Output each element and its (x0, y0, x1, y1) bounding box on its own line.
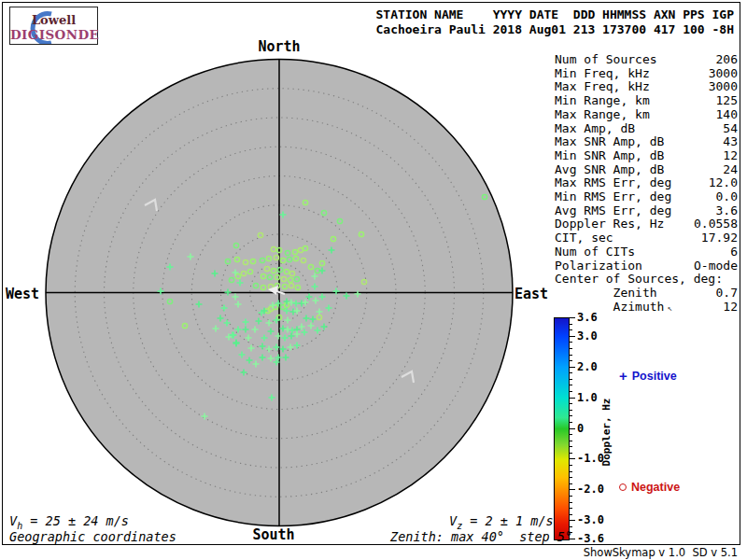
logo-text-lowell: Lowell (10, 13, 97, 27)
legend-negative: Negative (619, 481, 680, 494)
colorbar-tick-label: 0 (577, 422, 584, 435)
zenith-scale-note: Zenith: max 40° step 5° (390, 529, 572, 544)
doppler-colorbar-ticks: 3.63.02.01.00-1.0-2.0-3.0-3.6 (554, 317, 591, 539)
stat-row: Max Freq, kHz3000 (555, 80, 738, 94)
compass-label-east: East (514, 286, 548, 302)
measurement-stats-panel: Num of Sources206Min Freq, kHz3000Max Fr… (555, 53, 738, 315)
stat-row: Min Freq, kHz3000 (555, 67, 738, 81)
stat-row: Max Range, km140 (555, 108, 738, 122)
showskymap-window: Lowell DIGISONDE STATION NAME YYYY DATE … (0, 0, 747, 560)
header-column-titles: STATION NAME YYYY DATE DDD HHMMSS AXN PP… (375, 7, 734, 22)
stat-row: Num of CITs6 (555, 245, 738, 259)
colorbar-tick-label: -3.0 (577, 513, 604, 526)
stat-row: Max Amp, dB54 (555, 122, 738, 136)
stat-row: Min SNR Amp, dB12 (555, 149, 738, 163)
colorbar-tick-label: 3.0 (577, 329, 598, 343)
stat-row: Doppler Res, Hz0.0558 (555, 217, 738, 231)
stat-row: Max SNR Amp, dB43 (555, 135, 738, 149)
stat-row: Num of Sources206 (555, 53, 738, 67)
stat-row: Max RMS Err, deg12.0 (555, 176, 738, 190)
compass-label-north: North (258, 38, 300, 55)
colorbar-tick-label: 3.6 (577, 311, 598, 324)
header-station-values: Cachoeira Pauli 2018 Aug01 213 173700 41… (375, 22, 734, 37)
stat-row: Min RMS Err, deg0.0 (555, 190, 738, 204)
software-version-label: ShowSkymap v 1.0 SD v 5.1 (584, 546, 738, 559)
plus-marker-icon: + (619, 371, 627, 382)
coordinate-system-label: Geographic coordinates (9, 529, 176, 544)
stat-row: Zenith0.7 (555, 287, 738, 301)
stat-row: Center of Sources, deg: (555, 273, 738, 287)
colorbar-tick-label: -3.6 (577, 532, 604, 545)
horizontal-velocity-readout: Vh = 25 ± 24 m/s (9, 513, 129, 531)
stat-row: Avg SNR Amp, dB24 (555, 163, 738, 177)
compass-label-west: West (6, 286, 39, 302)
vertical-velocity-readout: Vz = 2 ± 1 m/s (449, 513, 554, 531)
azimuth-arrow-icon: ↖ (667, 303, 671, 313)
legend-positive: + Positive (619, 370, 677, 383)
stat-row: Min Range, km125 (555, 94, 738, 108)
logo-text-digisonde: DIGISONDE (10, 27, 97, 42)
circle-marker-icon (619, 483, 627, 491)
doppler-axis-label: Doppler, Hz (600, 399, 613, 467)
stat-row: PolarizationO-mode (555, 259, 738, 273)
colorbar-tick-label: 1.0 (577, 391, 598, 404)
colorbar-tick-label: -2.0 (577, 483, 604, 496)
compass-label-south: South (252, 526, 294, 543)
legend-positive-label: Positive (632, 370, 677, 383)
lowell-digisonde-logo: Lowell DIGISONDE (9, 7, 98, 45)
legend-negative-label: Negative (631, 481, 680, 494)
colorbar-tick-label: 2.0 (577, 360, 598, 373)
stat-row: CIT, sec17.92 (555, 231, 738, 245)
stat-row: Avg RMS Err, deg3.6 (555, 204, 738, 218)
